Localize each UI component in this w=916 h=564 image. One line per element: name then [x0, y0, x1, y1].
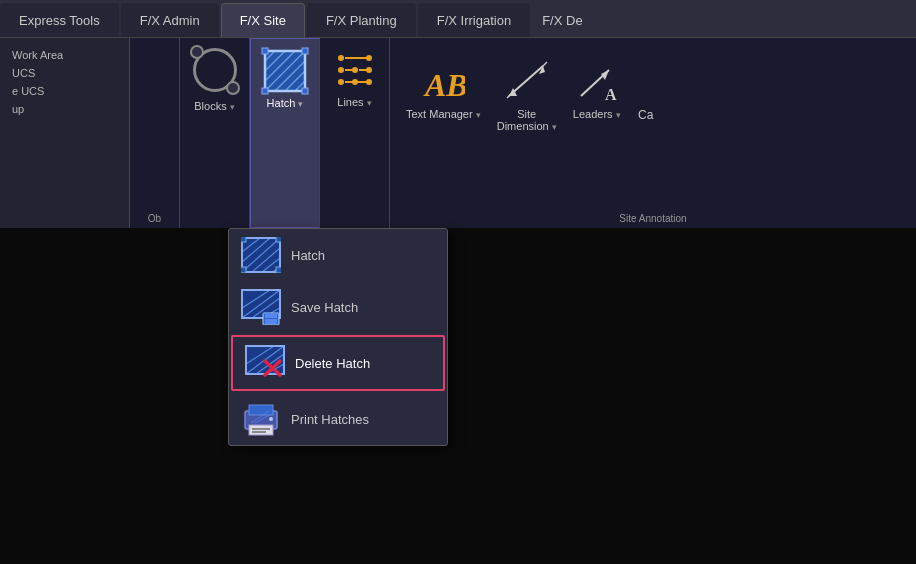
svg-point-18: [352, 67, 358, 73]
svg-rect-44: [241, 267, 246, 273]
svg-rect-67: [252, 431, 266, 433]
site-dimension-label: SiteDimension ▾: [497, 108, 557, 132]
delete-hatch-icon: [245, 345, 285, 381]
ribbon: Work Area UCS e UCS up Ob Blocks ▾: [0, 38, 916, 228]
site-annotation-label: Site Annotation: [390, 213, 916, 224]
dropdown-item-hatch[interactable]: Hatch: [229, 229, 447, 281]
svg-line-30: [541, 62, 547, 68]
blocks-icon: [191, 46, 239, 94]
tab-express-tools[interactable]: Express Tools: [0, 3, 119, 37]
svg-rect-12: [302, 88, 308, 94]
svg-rect-53: [265, 313, 277, 318]
ribbon-group-obj[interactable]: Ob: [130, 38, 180, 228]
ribbon-group-leaders[interactable]: A Leaders ▾: [567, 50, 627, 154]
left-panel: Work Area UCS e UCS up: [0, 38, 130, 228]
text-manager-label: Text Manager ▾: [406, 108, 481, 120]
lines-label: Lines ▾: [337, 96, 371, 109]
svg-point-24: [366, 79, 372, 85]
svg-text:A: A: [605, 86, 617, 103]
leaders-label: Leaders ▾: [573, 108, 621, 120]
hatch-svg: [261, 47, 309, 95]
bottom-area: [0, 228, 916, 564]
ribbon-group-text-manager[interactable]: AB Text Manager ▾: [400, 50, 487, 154]
svg-rect-43: [276, 237, 281, 242]
svg-rect-10: [302, 48, 308, 54]
ribbon-group-site-dimension[interactable]: SiteDimension ▾: [491, 50, 563, 154]
dropdown-item-print-hatches[interactable]: Print Hatches: [229, 393, 447, 445]
svg-rect-45: [276, 267, 281, 273]
leaders-icon: A: [573, 58, 621, 106]
ribbon-group-blocks[interactable]: Blocks ▾: [180, 38, 250, 228]
print-hatches-icon: [241, 401, 281, 437]
ca-label: Ca: [638, 108, 653, 122]
svg-point-16: [338, 67, 344, 73]
hatch-menu-icon: [241, 237, 281, 273]
obj-label: Ob: [130, 213, 179, 224]
svg-point-21: [338, 79, 344, 85]
svg-point-13: [338, 55, 344, 61]
lines-icon: [331, 46, 379, 94]
svg-rect-64: [249, 405, 273, 415]
svg-text:AB: AB: [423, 67, 465, 103]
ribbon-main: Ob Blocks ▾: [130, 38, 916, 228]
tab-fx-de[interactable]: F/X De: [532, 3, 592, 37]
hatch-dropdown: Hatch Save Hatch: [228, 228, 448, 446]
left-panel-eucs[interactable]: e UCS: [8, 82, 121, 100]
annotation-buttons: AB Text Manager ▾: [400, 46, 906, 154]
annotation-section: AB Text Manager ▾: [390, 38, 916, 228]
ribbon-group-lines[interactable]: Lines ▾: [320, 38, 390, 228]
tab-fx-irrigation[interactable]: F/X Irrigation: [418, 3, 530, 37]
svg-rect-11: [262, 88, 268, 94]
svg-point-23: [352, 79, 358, 85]
svg-rect-66: [252, 428, 270, 430]
svg-marker-32: [601, 70, 609, 80]
svg-point-15: [366, 55, 372, 61]
dropdown-item-save-hatch[interactable]: Save Hatch: [229, 281, 447, 333]
save-hatch-icon: [241, 289, 281, 325]
tab-fx-admin[interactable]: F/X Admin: [121, 3, 219, 37]
tab-fx-planting[interactable]: F/X Planting: [307, 3, 416, 37]
tab-bar: Express Tools F/X Admin F/X Site F/X Pla…: [0, 0, 916, 38]
svg-point-68: [269, 417, 273, 421]
left-panel-ucs[interactable]: UCS: [8, 64, 121, 82]
tab-fx-site[interactable]: F/X Site: [221, 3, 305, 37]
svg-rect-54: [265, 319, 277, 324]
ribbon-group-hatch[interactable]: Hatch ▾: [250, 38, 320, 228]
svg-rect-9: [262, 48, 268, 54]
hatch-icon: [261, 47, 309, 95]
site-dimension-icon: [503, 58, 551, 106]
svg-rect-42: [241, 237, 246, 242]
left-panel-up[interactable]: up: [8, 100, 121, 118]
dropdown-item-delete-hatch[interactable]: Delete Hatch: [231, 335, 445, 391]
hatch-label: Hatch ▾: [267, 97, 304, 110]
svg-point-20: [366, 67, 372, 73]
blocks-circle: [193, 48, 237, 92]
blocks-label: Blocks ▾: [194, 100, 234, 113]
left-panel-work-area[interactable]: Work Area: [8, 46, 121, 64]
ribbon-group-ca[interactable]: Ca: [631, 50, 661, 154]
text-manager-icon: AB: [419, 58, 467, 106]
